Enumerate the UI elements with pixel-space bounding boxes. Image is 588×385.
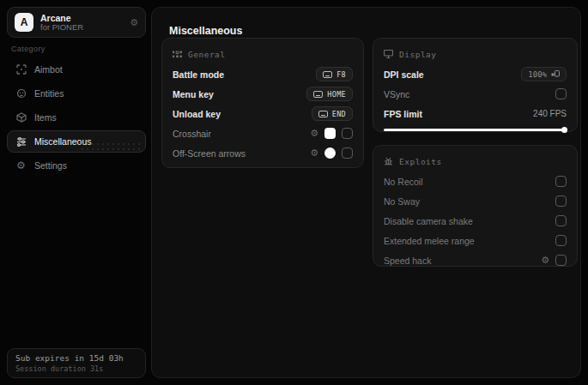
general-card: General Battle mode F8 Menu key HOME Unl… bbox=[161, 38, 364, 168]
keybind-value: HOME bbox=[327, 90, 346, 99]
app-logo: A bbox=[15, 13, 33, 32]
dpi-scale-select[interactable]: 100% bbox=[521, 67, 567, 81]
subscription-info-card: Sub expires in 15d 03h Session duration … bbox=[7, 348, 146, 378]
setting-label: Menu key bbox=[173, 89, 300, 99]
battle-mode-keybind-button[interactable]: F8 bbox=[316, 67, 353, 81]
speed-hack-settings-gear-icon[interactable]: ⚙ bbox=[541, 256, 549, 265]
session-duration-text: Session duration 31s bbox=[15, 364, 137, 373]
app-subtitle: for PIONER bbox=[40, 23, 123, 33]
speed-hack-row: Speed hack ⚙ bbox=[384, 250, 567, 270]
offscreen-arrows-checkbox[interactable] bbox=[342, 147, 353, 159]
crosshair-checkbox[interactable] bbox=[342, 128, 353, 139]
setting-label: Unload key bbox=[173, 109, 306, 119]
setting-label: Off-Screen arrows bbox=[173, 148, 304, 159]
scale-icon bbox=[551, 70, 560, 78]
slider-knob[interactable] bbox=[561, 127, 567, 133]
offscreen-arrows-row: Off-Screen arrows ⚙ bbox=[173, 143, 353, 163]
fps-limit-slider[interactable] bbox=[384, 125, 567, 134]
cube-icon bbox=[15, 112, 27, 123]
sub-expiry-text: Sub expires in 15d 03h bbox=[15, 353, 137, 363]
fps-limit-row: FPS limit 240 FPS bbox=[384, 104, 567, 123]
keyboard-icon bbox=[313, 91, 323, 98]
sidebar-item-entities[interactable]: Entities bbox=[7, 82, 146, 105]
disable-camera-shake-row: Disable camera shake bbox=[384, 211, 567, 231]
sidebar-nav: Aimbot Entities Items bbox=[7, 58, 146, 178]
brand-text: Arcane for PIONER bbox=[40, 13, 123, 33]
setting-label: Speed hack bbox=[384, 256, 535, 266]
vsync-row: VSync bbox=[384, 84, 567, 104]
slider-fill bbox=[384, 129, 565, 131]
brand-card: A Arcane for PIONER ⚙ bbox=[7, 7, 146, 38]
unload-key-keybind-button[interactable]: END bbox=[312, 106, 353, 121]
app-name: Arcane bbox=[40, 13, 123, 23]
setting-label: No Recoil bbox=[384, 177, 549, 187]
extended-melee-range-checkbox[interactable] bbox=[555, 235, 567, 246]
exploits-card: Exploits No Recoil No Sway Disable camer… bbox=[373, 145, 578, 267]
fps-limit-value: 240 FPS bbox=[533, 109, 567, 118]
display-card: Display DPI scale 100% VSync FPS limit 2… bbox=[373, 38, 578, 132]
sidebar-item-aimbot[interactable]: Aimbot bbox=[7, 58, 146, 81]
setting-label: VSync bbox=[384, 89, 549, 99]
crosshair-scan-icon bbox=[15, 64, 27, 75]
sidebar-item-settings[interactable]: ⚙ Settings bbox=[7, 154, 146, 177]
sliders-icon bbox=[15, 136, 27, 147]
setting-label: DPI scale bbox=[384, 69, 515, 80]
no-sway-checkbox[interactable] bbox=[555, 196, 567, 207]
disable-camera-shake-checkbox[interactable] bbox=[555, 215, 567, 226]
sidebar-item-label: Settings bbox=[34, 160, 67, 171]
main-panel: Miscellaneous General Battle mode F8 bbox=[151, 7, 581, 378]
no-recoil-row: No Recoil bbox=[384, 171, 567, 191]
card-title: Display bbox=[399, 50, 437, 59]
setting-label: Battle mode bbox=[173, 69, 310, 80]
setting-label: Crosshair bbox=[173, 129, 304, 139]
setting-label: Disable camera shake bbox=[384, 216, 549, 226]
extended-melee-range-row: Extended melee range bbox=[384, 231, 567, 250]
sidebar-item-label: Aimbot bbox=[34, 64, 63, 75]
setting-label: Extended melee range bbox=[384, 236, 549, 246]
crosshair-color-swatch[interactable] bbox=[324, 128, 336, 139]
vsync-checkbox[interactable] bbox=[555, 88, 567, 99]
monitor-icon bbox=[384, 50, 393, 58]
keybind-value: F8 bbox=[336, 70, 346, 79]
crosshair-settings-gear-icon[interactable]: ⚙ bbox=[310, 129, 318, 138]
dpi-scale-row: DPI scale 100% bbox=[384, 64, 567, 84]
bug-icon bbox=[384, 157, 393, 166]
setting-label: FPS limit bbox=[384, 109, 527, 119]
unload-key-row: Unload key END bbox=[173, 104, 353, 123]
no-sway-row: No Sway bbox=[384, 191, 567, 211]
page-title: Miscellaneous bbox=[169, 25, 242, 37]
keybind-value: END bbox=[332, 110, 346, 118]
no-recoil-checkbox[interactable] bbox=[555, 176, 567, 187]
offscreen-arrows-settings-gear-icon[interactable]: ⚙ bbox=[310, 148, 318, 158]
keyboard-icon bbox=[318, 111, 328, 117]
crosshair-row: Crosshair ⚙ bbox=[173, 123, 353, 143]
sidebar-item-miscellaneous[interactable]: Miscellaneous bbox=[7, 130, 146, 153]
sidebar-item-items[interactable]: Items bbox=[7, 106, 146, 129]
entities-icon bbox=[15, 88, 27, 99]
sidebar-item-label: Items bbox=[34, 112, 57, 123]
keyboard-icon bbox=[323, 71, 332, 78]
dpi-scale-value: 100% bbox=[528, 70, 547, 79]
menu-key-row: Menu key HOME bbox=[173, 84, 353, 104]
sidebar-item-label: Entities bbox=[34, 88, 64, 99]
card-title: General bbox=[188, 50, 226, 59]
battle-mode-row: Battle mode F8 bbox=[173, 64, 353, 84]
active-item-dots-decoration bbox=[80, 141, 140, 150]
card-title: Exploits bbox=[399, 157, 442, 166]
offscreen-arrows-color-swatch[interactable] bbox=[324, 147, 336, 159]
category-label: Category bbox=[11, 45, 45, 53]
menu-key-keybind-button[interactable]: HOME bbox=[306, 87, 353, 101]
setting-label: No Sway bbox=[384, 196, 549, 207]
brand-gear-icon[interactable]: ⚙ bbox=[130, 17, 138, 28]
grid-dots-icon bbox=[173, 51, 182, 58]
speed-hack-checkbox[interactable] bbox=[555, 255, 567, 266]
gear-icon: ⚙ bbox=[15, 160, 27, 171]
sidebar: A Arcane for PIONER ⚙ Category Aimbot bbox=[0, 0, 146, 385]
